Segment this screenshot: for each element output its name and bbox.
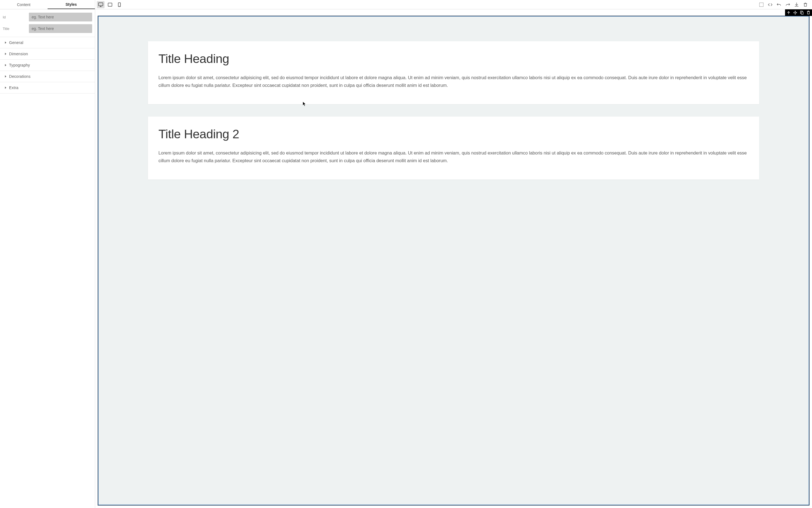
code-icon: [768, 3, 773, 7]
settings-fields: Id Title: [0, 9, 95, 37]
tab-styles[interactable]: Styles: [48, 0, 95, 9]
accordion-dimension[interactable]: Dimension: [0, 48, 95, 60]
accordion-label: Decorations: [9, 74, 31, 79]
device-tablet-button[interactable]: [106, 1, 114, 8]
copy-icon: [800, 11, 804, 14]
main-area: Title Heading Lorem ipsum dolor sit amet…: [95, 0, 812, 508]
title-input[interactable]: [29, 24, 92, 33]
undo-button[interactable]: [776, 2, 782, 7]
content-card[interactable]: Title Heading Lorem ipsum dolor sit amet…: [148, 41, 759, 104]
mobile-icon: [118, 2, 121, 7]
caret-right-icon: [5, 53, 6, 55]
id-input[interactable]: [29, 13, 92, 22]
clear-canvas-button[interactable]: [803, 2, 808, 7]
dashed-square-icon: [759, 2, 764, 7]
svg-point-5: [119, 6, 120, 6]
copy-button[interactable]: [799, 10, 804, 15]
title-label: Title: [3, 27, 29, 31]
arrow-up-icon: [787, 11, 790, 14]
delete-button[interactable]: [806, 10, 811, 15]
field-row-id: Id: [3, 13, 92, 22]
id-label: Id: [3, 15, 29, 19]
selection-toolbar: [785, 9, 812, 16]
trash-icon: [804, 2, 807, 7]
trash-icon: [807, 11, 810, 14]
accordion-label: Typography: [9, 63, 30, 67]
sidebar-tabs: Content Styles: [0, 0, 95, 9]
accordion-label: Dimension: [9, 52, 28, 56]
accordion-label: General: [9, 40, 24, 45]
code-view-button[interactable]: [767, 2, 773, 7]
svg-rect-0: [98, 3, 103, 6]
card-body[interactable]: Lorem ipsum dolor sit amet, consectetur …: [158, 74, 749, 89]
desktop-icon: [98, 2, 103, 7]
canvas-body[interactable]: Title Heading Lorem ipsum dolor sit amet…: [98, 16, 809, 505]
accordion-label: Extra: [9, 85, 18, 90]
accordion-decorations[interactable]: Decorations: [0, 71, 95, 82]
device-desktop-button[interactable]: [97, 1, 105, 8]
device-mobile-button[interactable]: [116, 1, 123, 8]
topbar: [95, 0, 812, 9]
tab-content[interactable]: Content: [0, 0, 48, 9]
topbar-actions: [759, 2, 810, 7]
caret-right-icon: [5, 42, 6, 44]
svg-rect-8: [801, 12, 803, 14]
tablet-icon: [108, 3, 112, 7]
card-heading[interactable]: Title Heading 2: [158, 127, 749, 141]
sidebar-panel: Content Styles Id Title General Dimensio…: [0, 0, 95, 508]
style-accordion: General Dimension Typography Decorations…: [0, 37, 95, 93]
move-button[interactable]: [793, 10, 798, 15]
redo-icon: [785, 2, 790, 7]
accordion-extra[interactable]: Extra: [0, 82, 95, 93]
accordion-typography[interactable]: Typography: [0, 60, 95, 71]
caret-right-icon: [5, 64, 6, 66]
canvas-wrapper[interactable]: Title Heading Lorem ipsum dolor sit amet…: [95, 9, 812, 508]
caret-right-icon: [5, 75, 6, 78]
select-parent-button[interactable]: [786, 10, 791, 15]
svg-rect-6: [760, 3, 763, 7]
redo-button[interactable]: [785, 2, 790, 7]
move-icon: [793, 11, 797, 14]
outline-toggle-button[interactable]: [759, 2, 764, 7]
device-switcher: [97, 1, 123, 8]
download-icon: [795, 2, 799, 7]
card-heading[interactable]: Title Heading: [158, 52, 749, 66]
svg-rect-3: [108, 3, 112, 6]
caret-right-icon: [5, 87, 6, 89]
undo-icon: [777, 2, 781, 7]
content-card[interactable]: Title Heading 2 Lorem ipsum dolor sit am…: [148, 117, 759, 179]
accordion-general[interactable]: General: [0, 37, 95, 48]
card-body[interactable]: Lorem ipsum dolor sit amet, consectetur …: [158, 149, 749, 164]
field-row-title: Title: [3, 24, 92, 33]
import-button[interactable]: [794, 2, 799, 7]
